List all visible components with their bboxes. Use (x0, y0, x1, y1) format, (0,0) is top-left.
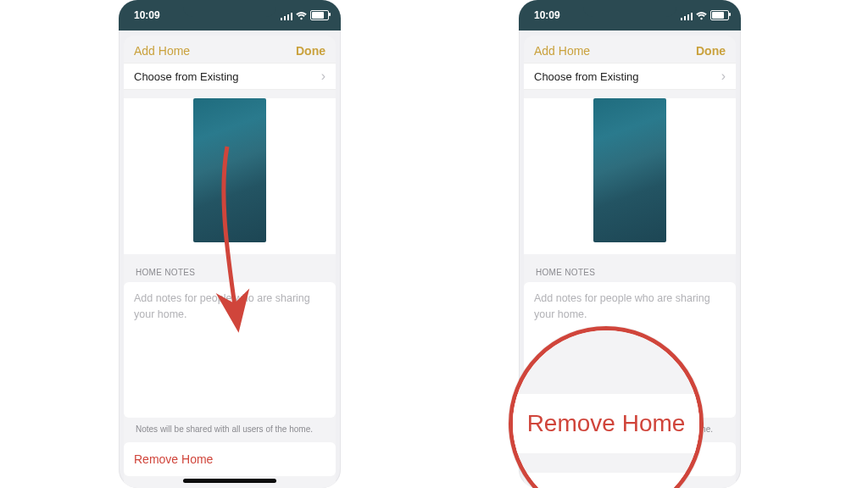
wallpaper-card (124, 98, 336, 254)
home-indicator[interactable] (583, 479, 676, 483)
settings-sheet: Add Home Done Choose from Existing › HOM… (124, 36, 336, 488)
cellular-signal-icon (681, 11, 693, 19)
sheet-header: Add Home Done (524, 36, 736, 63)
settings-sheet: Add Home Done Choose from Existing › HOM… (524, 36, 736, 488)
battery-icon (310, 10, 329, 20)
chevron-right-icon: › (721, 69, 726, 84)
done-button[interactable]: Done (696, 44, 726, 58)
home-notes-placeholder: Add notes for people who are sharing you… (134, 292, 310, 320)
svg-rect-7 (691, 13, 693, 20)
iphone-screenshot-right: 10:09 Add Home Done Choose from Existing… (519, 0, 741, 488)
home-notes-footer: Notes will be shared with all users of t… (524, 418, 736, 442)
home-notes-footer: Notes will be shared with all users of t… (124, 418, 336, 442)
home-indicator[interactable] (183, 479, 276, 483)
device-notch (583, 0, 676, 17)
svg-rect-4 (681, 18, 682, 20)
svg-rect-3 (291, 13, 292, 20)
remove-home-label: Remove Home (534, 452, 613, 466)
remove-home-label: Remove Home (134, 452, 213, 466)
svg-rect-2 (287, 14, 289, 20)
sheet-header: Add Home Done (124, 36, 336, 63)
remove-home-button[interactable]: Remove Home (124, 442, 336, 476)
svg-rect-1 (284, 16, 286, 20)
cellular-signal-icon (281, 11, 292, 19)
wifi-icon (296, 11, 307, 19)
status-time: 10:09 (134, 9, 160, 21)
svg-rect-5 (684, 16, 686, 20)
choose-from-existing-row[interactable]: Choose from Existing › (524, 63, 736, 90)
svg-rect-6 (687, 14, 689, 20)
remove-home-button[interactable]: Remove Home (524, 442, 736, 476)
iphone-screenshot-left: 10:09 Add Home Done Choose from Existing… (119, 0, 341, 488)
battery-icon (710, 10, 729, 20)
choose-from-existing-label: Choose from Existing (534, 70, 639, 83)
home-notes-input[interactable]: Add notes for people who are sharing you… (124, 282, 336, 418)
device-notch (183, 0, 276, 17)
choose-from-existing-row[interactable]: Choose from Existing › (124, 63, 336, 90)
home-notes-placeholder: Add notes for people who are sharing you… (534, 292, 710, 320)
svg-rect-0 (281, 18, 282, 20)
home-wallpaper-thumbnail[interactable] (193, 98, 266, 242)
status-time: 10:09 (534, 9, 560, 21)
status-icons (681, 10, 729, 20)
chevron-right-icon: › (321, 69, 326, 84)
add-home-button[interactable]: Add Home (134, 44, 190, 58)
choose-from-existing-label: Choose from Existing (134, 70, 239, 83)
home-wallpaper-thumbnail[interactable] (593, 98, 666, 242)
wifi-icon (696, 11, 707, 19)
add-home-button[interactable]: Add Home (534, 44, 590, 58)
home-notes-section-label: HOME NOTES (524, 254, 736, 282)
done-button[interactable]: Done (296, 44, 326, 58)
home-notes-section-label: HOME NOTES (124, 254, 336, 282)
wallpaper-card (524, 98, 736, 254)
home-notes-input[interactable]: Add notes for people who are sharing you… (524, 282, 736, 418)
status-icons (281, 10, 329, 20)
